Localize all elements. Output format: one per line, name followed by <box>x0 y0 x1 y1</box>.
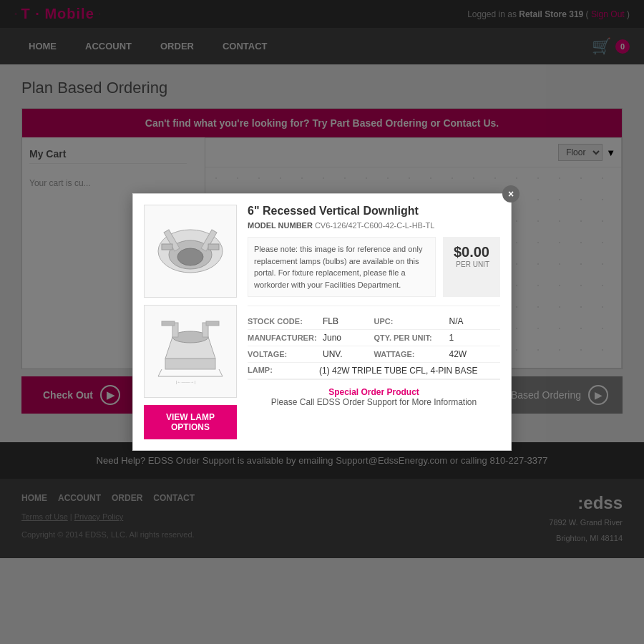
svg-rect-27 <box>162 244 172 250</box>
lamp-label: LAMP: <box>248 366 319 376</box>
stock-code-value: FLB <box>323 316 338 326</box>
downlight-top-image <box>155 215 226 287</box>
voltage-label: VOLTAGE: <box>248 350 319 358</box>
svg-point-24 <box>177 248 203 265</box>
downlight-side-image: |←——→| <box>155 316 226 387</box>
svg-rect-35 <box>206 321 219 326</box>
modal-close-button[interactable]: × <box>502 185 519 203</box>
view-lamp-button[interactable]: VIEW LAMP OPTIONS <box>144 405 237 439</box>
modal-body: |←——→| VIEW LAMP OPTIONS 6" Recessed Ver… <box>133 194 511 450</box>
voltage-value: UNV. <box>323 349 343 359</box>
svg-line-36 <box>158 369 162 376</box>
svg-text:|←——→|: |←——→| <box>176 380 196 384</box>
special-order-subtitle: Please Call EDSS Order Support for More … <box>258 397 489 407</box>
wattage-value: 42W <box>449 349 467 359</box>
product-image-side: |←——→| <box>144 305 237 398</box>
lamp-value: (1) 42W TRIPLE TUBE CFL, 4-PIN BASE <box>319 366 478 376</box>
modal-special-order: Special Order Product Please Call EDSS O… <box>248 379 500 414</box>
product-modal: × <box>132 193 512 451</box>
modal-price: $0.00 <box>454 244 489 260</box>
model-number-value: CV6-126/42T-C600-42-C-L-HB-TL <box>315 221 435 230</box>
modal-overlay: × <box>0 0 644 644</box>
modal-note: Please note: this image is for reference… <box>248 237 436 297</box>
svg-rect-28 <box>208 244 219 250</box>
modal-price-box: $0.00 PER UNIT <box>443 237 500 297</box>
upc-label: UPC: <box>374 317 446 326</box>
modal-note-row: Please note: this image is for reference… <box>248 237 500 297</box>
modal-per-unit: PER UNIT <box>454 260 489 268</box>
model-label: MODEL NUMBER <box>248 221 313 230</box>
modal-specs: STOCK CODE: FLB UPC: N/A MAN <box>248 306 500 379</box>
spec-row-lamp: LAMP: (1) 42W TRIPLE TUBE CFL, 4-PIN BAS… <box>248 363 500 379</box>
spec-row-stock: STOCK CODE: FLB UPC: N/A <box>248 313 500 330</box>
spec-row-voltage: VOLTAGE: UNV. WATTAGE: 42W <box>248 346 500 363</box>
modal-model-number: MODEL NUMBER CV6-126/42T-C600-42-C-L-HB-… <box>248 221 500 230</box>
manufacturer-label: MANUFACTURER: <box>248 333 319 342</box>
svg-rect-34 <box>162 321 175 326</box>
manufacturer-value: Juno <box>323 333 341 343</box>
special-order-title: Special Order Product <box>258 387 489 397</box>
stock-code-label: STOCK CODE: <box>248 317 319 326</box>
product-image-top <box>144 205 237 298</box>
modal-images: |←——→| VIEW LAMP OPTIONS <box>144 205 237 439</box>
wattage-label: WATTAGE: <box>374 350 446 358</box>
modal-info: 6" Recessed Vertical Downlight MODEL NUM… <box>248 205 500 439</box>
svg-rect-29 <box>165 358 215 369</box>
modal-product-title: 6" Recessed Vertical Downlight <box>248 205 500 218</box>
qty-per-unit-label: QTY. PER UNIT: <box>374 333 446 342</box>
spec-row-manufacturer: MANUFACTURER: Juno QTY. PER UNIT: 1 <box>248 330 500 346</box>
upc-value: N/A <box>449 316 464 326</box>
svg-line-37 <box>219 369 223 376</box>
qty-per-unit-value: 1 <box>449 333 454 343</box>
